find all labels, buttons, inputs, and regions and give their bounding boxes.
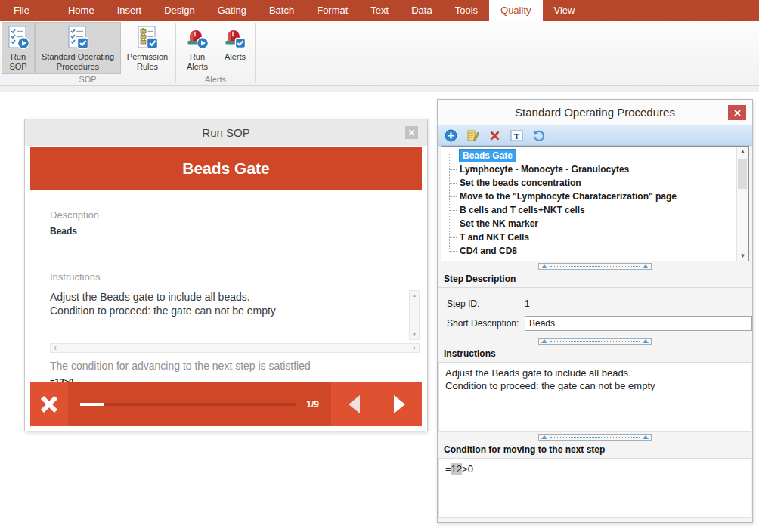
tab-text[interactable]: Text [359, 0, 400, 21]
tab-format[interactable]: Format [305, 0, 359, 21]
short-description-input[interactable] [525, 316, 752, 331]
run-sop-footer: 1/9 [30, 382, 422, 426]
ribbon-group-alerts: Run Alerts Alerts [178, 21, 253, 85]
progress-section: 1/9 [68, 382, 331, 426]
run-alerts-label: Run Alerts [181, 52, 214, 72]
previous-step-icon[interactable] [349, 395, 360, 413]
list-item[interactable]: Set the beads concentration [441, 176, 748, 190]
condition-status-text: The condition for advancing to the next … [50, 360, 420, 372]
tab-design[interactable]: Design [153, 0, 206, 21]
collapse-up-icon [541, 435, 547, 439]
step-id-label: Step ID: [447, 298, 525, 309]
sop-group-label: SOP [2, 74, 174, 85]
list-item[interactable]: Set the NK marker [441, 217, 748, 230]
run-sop-dialog-title: Run SOP [202, 126, 249, 139]
run-alerts-icon [184, 25, 210, 52]
tab-home[interactable]: Home [57, 0, 106, 21]
run-sop-button[interactable]: Run SOP [2, 22, 35, 74]
splitter-grip[interactable] [538, 434, 652, 441]
collapse-up-icon [643, 435, 649, 439]
run-sop-body: Description Beads Instructions Adjust th… [25, 209, 427, 386]
progress-track [80, 403, 296, 406]
description-value: Beads [50, 226, 420, 237]
instructions-editor[interactable]: Adjust the Beads gate to include all bea… [438, 363, 751, 432]
standard-operating-procedures-button[interactable]: Standard Operating Procedures [35, 22, 121, 74]
list-item[interactable]: Move to the "Lymphocyte Charatacerizatio… [441, 190, 748, 203]
rename-icon[interactable]: T [510, 128, 523, 142]
list-scrollbar[interactable]: ▲ ▼ [736, 147, 748, 261]
sop-label: Standard Operating Procedures [38, 52, 118, 72]
scroll-down-icon[interactable]: ▼ [740, 252, 746, 259]
scroll-down-icon[interactable]: ▼ [412, 332, 417, 338]
condition-header: Condition for moving to the next step [438, 442, 752, 459]
ribbon-group-divider [175, 23, 176, 83]
sop-panel-title: Standard Operating Procedures [515, 106, 675, 119]
run-sop-titlebar[interactable]: Run SOP [25, 119, 427, 146]
list-item-selected[interactable]: Beads Gate [441, 149, 748, 162]
collapse-up-icon [541, 264, 547, 268]
scroll-up-icon[interactable]: ▲ [740, 148, 746, 155]
tab-tools[interactable]: Tools [444, 0, 489, 21]
tab-quality[interactable]: Quality [489, 0, 542, 21]
list-item[interactable]: B cells and T cells+NKT cells [441, 203, 748, 217]
progress-fill [80, 403, 104, 406]
tab-data[interactable]: Data [400, 0, 443, 21]
permission-rules-label: Permission Rules [124, 52, 171, 72]
short-description-label: Short Description: [447, 318, 525, 329]
run-sop-icon [5, 25, 31, 52]
step-id-value: 1 [525, 298, 530, 309]
instructions-label: Instructions [50, 271, 420, 283]
close-icon[interactable] [728, 105, 746, 120]
undo-icon[interactable] [531, 128, 545, 142]
alerts-label: Alerts [225, 52, 246, 62]
vertical-scrollbar[interactable]: ▲ ▼ [409, 290, 420, 340]
scroll-left-icon[interactable]: ‹ [54, 344, 57, 352]
splitter-grip[interactable] [538, 263, 652, 270]
horizontal-scrollbar[interactable]: ‹ › [50, 343, 420, 353]
stop-sop-button[interactable] [30, 382, 68, 426]
selected-text: 12 [451, 463, 462, 475]
list-item[interactable]: CD4 and CD8 [441, 244, 748, 258]
ribbon-group-divider [255, 23, 256, 83]
sop-toolbar: T [438, 125, 752, 146]
step-description-header: Step Description [438, 271, 752, 288]
next-step-icon[interactable] [394, 395, 405, 413]
run-sop-label: Run SOP [5, 52, 32, 72]
tab-batch[interactable]: Batch [258, 0, 305, 21]
run-alerts-button[interactable]: Run Alerts [178, 22, 217, 74]
step-title: Beads Gate [182, 159, 270, 178]
delete-icon[interactable] [488, 128, 501, 142]
scroll-right-icon[interactable]: › [413, 344, 416, 352]
description-label: Description [50, 209, 420, 221]
tab-gating[interactable]: Gating [206, 0, 258, 21]
stop-x-icon [39, 394, 59, 414]
list-item[interactable]: T and NKT Cells [441, 230, 748, 244]
alerts-button[interactable]: Alerts [217, 22, 253, 74]
tab-view[interactable]: View [543, 0, 587, 21]
alerts-icon [222, 25, 248, 52]
tab-insert[interactable]: Insert [106, 0, 153, 21]
ribbon-content: Run SOP Standard Operating Procedures [0, 21, 759, 86]
sop-panel-titlebar[interactable]: Standard Operating Procedures [438, 100, 752, 125]
instructions-header: Instructions [438, 346, 752, 363]
svg-text:T: T [513, 131, 519, 140]
run-sop-dialog: Run SOP Beads Gate Description Beads Ins… [24, 119, 428, 431]
splitter-grip[interactable] [538, 338, 652, 345]
scrollbar-thumb[interactable] [738, 159, 747, 189]
instructions-text: Adjust the Beads gate to include all bea… [50, 290, 409, 340]
condition-editor[interactable]: =12>0 [438, 459, 751, 518]
sop-steps-list: Beads Gate Lymphocyte - Monocyte - Granu… [441, 146, 749, 261]
add-icon[interactable] [444, 128, 457, 142]
permission-rules-button[interactable]: Permission Rules [121, 22, 174, 74]
list-item[interactable]: Lymphocyte - Monocyte - Granulocytes [441, 162, 748, 176]
progress-count: 1/9 [306, 399, 319, 410]
sop-panel: Standard Operating Procedures T [437, 99, 753, 523]
ribbon-group-sop: Run SOP Standard Operating Procedures [2, 21, 174, 85]
scroll-up-icon[interactable]: ▲ [412, 292, 417, 298]
tab-file[interactable]: File [0, 0, 43, 21]
step-navigation [331, 382, 422, 426]
step-title-banner: Beads Gate [30, 147, 422, 190]
close-icon[interactable] [405, 126, 418, 139]
app-window: File Home Insert Design Gating Batch For… [0, 0, 759, 532]
new-page-icon[interactable] [466, 128, 479, 142]
